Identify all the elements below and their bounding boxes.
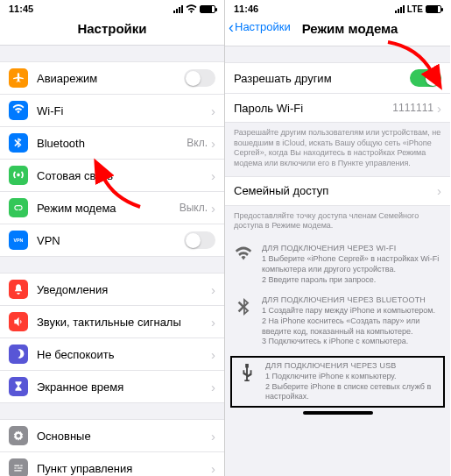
status-right bbox=[173, 4, 215, 13]
svg-text:VPN: VPN bbox=[14, 238, 24, 243]
page-title: Режим модема bbox=[302, 21, 398, 36]
moon-icon bbox=[9, 345, 28, 364]
chevron-left-icon: ‹ bbox=[229, 22, 234, 32]
navbar: ‹ Настройки Режим модема bbox=[225, 14, 450, 46]
wifi-password-row[interactable]: Пароль Wi-Fi 1111111 › bbox=[225, 94, 450, 122]
settings-row-wifi[interactable]: Wi-Fi› bbox=[0, 95, 224, 127]
row-label: Уведомления bbox=[37, 283, 211, 296]
bluetooth-icon bbox=[234, 295, 253, 347]
bluetooth-icon bbox=[9, 133, 28, 153]
row-label: Пункт управления bbox=[37, 462, 211, 475]
sliders-icon bbox=[9, 458, 28, 476]
usb-instructions-highlight: ДЛЯ ПОДКЛЮЧЕНИЯ ЧЕРЕЗ USB 1 Подключите i… bbox=[230, 356, 445, 408]
chevron-right-icon: › bbox=[437, 183, 441, 198]
link-icon bbox=[9, 198, 28, 217]
signal-icon bbox=[395, 5, 405, 13]
row-label: Не беспокоить bbox=[37, 348, 211, 361]
page-title: Настройки bbox=[5, 21, 219, 36]
vpn-icon: VPN bbox=[9, 231, 28, 250]
chevron-right-icon: › bbox=[211, 315, 215, 330]
row-label: Звуки, тактильные сигналы bbox=[37, 316, 211, 329]
chevron-right-icon: › bbox=[211, 461, 215, 476]
allow-others-row[interactable]: Разрешать другим bbox=[225, 63, 450, 94]
settings-row-bell[interactable]: Уведомления› bbox=[0, 274, 224, 306]
settings-root-screen: 11:45 Настройки АвиарежимWi-Fi›Bluetooth… bbox=[0, 0, 225, 476]
row-label: Основные bbox=[37, 430, 211, 443]
back-button[interactable]: ‹ Настройки bbox=[229, 20, 291, 33]
chevron-right-icon: › bbox=[211, 347, 215, 362]
battery-icon bbox=[426, 5, 441, 13]
family-sharing-label: Семейный доступ bbox=[234, 184, 437, 197]
row-label: Bluetooth bbox=[37, 137, 187, 150]
signal-icon bbox=[173, 5, 183, 13]
row-label: Экранное время bbox=[37, 380, 211, 394]
allow-others-toggle[interactable] bbox=[410, 69, 441, 87]
clock: 11:45 bbox=[9, 4, 33, 14]
row-value: Выкл. bbox=[180, 202, 208, 214]
row-label: Режим модема bbox=[37, 202, 180, 215]
wifi-status-icon bbox=[186, 4, 197, 13]
row-label: Сотовая связь bbox=[37, 169, 208, 182]
chevron-right-icon: › bbox=[211, 429, 215, 444]
home-indicator bbox=[303, 411, 373, 415]
settings-row-link[interactable]: Режим модемаВыкл.› bbox=[0, 192, 224, 224]
wifi-icon bbox=[9, 101, 28, 120]
chevron-right-icon: › bbox=[211, 168, 215, 183]
chevron-right-icon: › bbox=[437, 101, 441, 116]
settings-row-antenna[interactable]: Сотовая связь› bbox=[0, 160, 224, 192]
battery-icon bbox=[200, 5, 215, 13]
family-sharing-row[interactable]: Семейный доступ › bbox=[225, 177, 450, 205]
bell-icon bbox=[9, 280, 28, 299]
bluetooth-instructions: ДЛЯ ПОДКЛЮЧЕНИЯ ЧЕРЕЗ BLUETOOTH 1 Создай… bbox=[225, 290, 450, 352]
wifi-password-value: 1111111 bbox=[392, 102, 433, 114]
back-label: Настройки bbox=[235, 20, 291, 33]
settings-row-gear[interactable]: Основные› bbox=[0, 420, 224, 452]
settings-row-moon[interactable]: Не беспокоить› bbox=[0, 338, 224, 371]
family-note: Предоставляйте точку доступа членам Семе… bbox=[225, 206, 450, 238]
wifi-password-label: Пароль Wi-Fi bbox=[234, 102, 392, 115]
row-label: Wi-Fi bbox=[37, 104, 208, 117]
settings-row-speaker[interactable]: Звуки, тактильные сигналы› bbox=[0, 306, 224, 338]
chevron-right-icon: › bbox=[211, 201, 215, 216]
status-bar: 11:46 LTE bbox=[225, 0, 450, 14]
antenna-icon bbox=[9, 166, 28, 185]
speaker-icon bbox=[9, 312, 28, 331]
gear-icon bbox=[9, 426, 28, 445]
settings-row-bluetooth[interactable]: BluetoothВкл.› bbox=[0, 127, 224, 160]
airplane-icon bbox=[9, 68, 28, 88]
toggle[interactable] bbox=[184, 231, 215, 249]
toggle[interactable] bbox=[184, 69, 215, 87]
row-value: Вкл. bbox=[187, 137, 208, 149]
row-label: Авиарежим bbox=[37, 72, 184, 85]
status-right: LTE bbox=[395, 4, 441, 14]
status-bar: 11:45 bbox=[0, 0, 224, 14]
chevron-right-icon: › bbox=[211, 103, 215, 118]
allow-note: Разрешайте другим пользователям или устр… bbox=[225, 123, 450, 176]
clock: 11:46 bbox=[234, 4, 258, 14]
chevron-right-icon: › bbox=[211, 380, 215, 394]
settings-row-hourglass[interactable]: Экранное время› bbox=[0, 371, 224, 402]
hotspot-screen: 11:46 LTE ‹ Настройки Режим модема Разре… bbox=[225, 0, 450, 476]
network-label: LTE bbox=[407, 4, 423, 14]
wifi-instructions: ДЛЯ ПОДКЛЮЧЕНИЯ ЧЕРЕЗ WI-FI 1 Выберите «… bbox=[225, 238, 450, 290]
settings-row-sliders[interactable]: Пункт управления› bbox=[0, 452, 224, 476]
chevron-right-icon: › bbox=[211, 136, 215, 151]
chevron-right-icon: › bbox=[211, 282, 215, 297]
navbar: Настройки bbox=[0, 14, 224, 46]
settings-row-airplane[interactable]: Авиарежим bbox=[0, 62, 224, 95]
row-label: VPN bbox=[37, 234, 184, 247]
hourglass-icon bbox=[9, 377, 28, 396]
usb-instructions: ДЛЯ ПОДКЛЮЧЕНИЯ ЧЕРЕЗ USB 1 Подключите i… bbox=[232, 358, 443, 406]
wifi-icon bbox=[234, 244, 253, 285]
settings-row-vpn[interactable]: VPNVPN bbox=[0, 224, 224, 256]
allow-others-label: Разрешать другим bbox=[234, 72, 410, 85]
usb-icon bbox=[237, 361, 257, 402]
